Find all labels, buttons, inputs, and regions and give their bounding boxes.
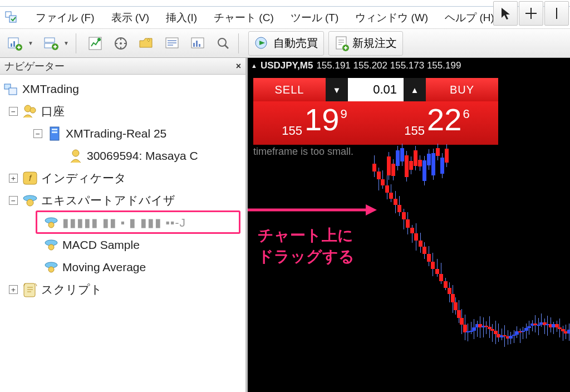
dropdown-icon[interactable]: ▼ xyxy=(63,40,69,46)
svg-point-29 xyxy=(72,150,79,156)
svg-point-10 xyxy=(97,38,101,41)
collapse-icon[interactable]: − xyxy=(9,107,18,116)
svg-point-12 xyxy=(120,42,122,45)
profiles-button[interactable] xyxy=(39,32,62,55)
volume-input[interactable]: 0.01 xyxy=(348,78,404,101)
tree-experts[interactable]: − エキスパートアドバイザ xyxy=(2,189,243,212)
svg-rect-6 xyxy=(45,38,55,42)
sell-label[interactable]: SELL xyxy=(253,78,326,101)
collapse-icon[interactable]: − xyxy=(33,129,42,138)
svg-rect-16 xyxy=(196,41,198,47)
tree-ea-macd[interactable]: MACD Sample xyxy=(2,234,243,256)
cursor-tool[interactable] xyxy=(493,1,518,26)
menu-file[interactable]: ファイル (F) xyxy=(36,11,95,25)
svg-rect-15 xyxy=(193,43,195,47)
one-click-panel: SELL ▼ 0.01 ▲ BUY 155 19 9 155 22 6 xyxy=(253,78,498,145)
vline-tool[interactable] xyxy=(544,1,569,26)
svg-point-33 xyxy=(27,199,33,206)
svg-rect-4 xyxy=(13,41,15,47)
sell-price-button[interactable]: 155 19 9 xyxy=(253,101,376,145)
svg-rect-23 xyxy=(9,88,17,95)
app-icon xyxy=(4,11,19,25)
autotrade-label: 自動売買 xyxy=(273,36,318,51)
tree-server[interactable]: − XMTrading-Real 25 xyxy=(2,122,243,145)
svg-rect-28 xyxy=(52,131,57,133)
svg-point-39 xyxy=(48,267,54,272)
data-window-button[interactable] xyxy=(109,32,132,55)
menu-tools[interactable]: ツール (T) xyxy=(291,11,339,25)
new-order-label: 新規注文 xyxy=(352,36,397,51)
menu-insert[interactable]: 挿入(I) xyxy=(166,11,197,25)
tree-login[interactable]: 30069594: Masaya C xyxy=(2,145,243,167)
svg-point-25 xyxy=(30,107,36,113)
volume-down-button[interactable]: ▼ xyxy=(326,78,348,101)
market-watch-button[interactable] xyxy=(83,32,107,55)
chart-symbol: USDJPY,M5 xyxy=(261,60,313,71)
expand-icon[interactable]: + xyxy=(9,285,18,294)
candlesticks xyxy=(248,141,570,392)
chart-ohlc: 155.191 155.202 155.173 155.199 xyxy=(316,60,461,71)
new-order-button[interactable]: 新規注文 xyxy=(328,31,403,56)
tree-ea-moving-average[interactable]: Moving Average xyxy=(2,256,243,278)
menu-chart[interactable]: チャート (C) xyxy=(214,11,274,25)
navigator-button[interactable] xyxy=(135,32,158,55)
buy-label[interactable]: BUY xyxy=(426,78,498,101)
menu-window[interactable]: ウィンドウ (W) xyxy=(355,11,428,25)
dropdown-icon[interactable]: ▼ xyxy=(28,40,33,46)
terminal-button[interactable] xyxy=(160,32,184,55)
buy-price-button[interactable]: 155 22 6 xyxy=(376,101,498,145)
svg-rect-17 xyxy=(199,44,200,47)
navigator-header: ナビゲーター × xyxy=(0,58,245,75)
svg-point-37 xyxy=(48,244,54,250)
chart-area[interactable]: ▲ USDJPY,M5 155.191 155.202 155.173 155.… xyxy=(248,58,570,392)
volume-up-button[interactable]: ▲ xyxy=(404,78,426,101)
tree-scripts[interactable]: + スクリプト xyxy=(2,278,243,301)
autotrade-button[interactable]: 自動売買 xyxy=(248,31,324,56)
new-chart-button[interactable] xyxy=(3,32,27,55)
tree-root[interactable]: XMTrading xyxy=(2,78,243,100)
toolbar: ▼ ▼ 自動売買 新規注文 xyxy=(0,29,570,58)
tree-accounts[interactable]: − 口座 xyxy=(2,100,243,122)
expand-icon[interactable]: + xyxy=(9,174,18,183)
svg-point-35 xyxy=(48,222,54,228)
navigator-tree: XMTrading − 口座 − XMTrading-Real 25 xyxy=(0,75,245,392)
close-icon[interactable]: × xyxy=(236,61,241,71)
search-button[interactable] xyxy=(212,32,235,55)
svg-point-18 xyxy=(218,38,226,46)
tree-indicators[interactable]: + f インディケータ xyxy=(2,167,243,189)
strategy-tester-button[interactable] xyxy=(186,32,209,55)
menu-bar: ファイル (F) 表示 (V) 挿入(I) チャート (C) ツール (T) ウ… xyxy=(0,7,570,29)
collapse-icon[interactable]: − xyxy=(9,196,18,205)
menu-view[interactable]: 表示 (V) xyxy=(111,11,150,25)
menu-help[interactable]: ヘルプ (H) xyxy=(445,11,494,25)
svg-rect-27 xyxy=(52,129,57,130)
tree-ea-custom[interactable]: ▮▮▮▮▮ ▮▮ ▪ ▮ ▮▮▮ ▪▪-J xyxy=(2,212,243,234)
navigator-panel: ナビゲーター × XMTrading − 口座 − xyxy=(0,58,248,392)
svg-rect-3 xyxy=(11,43,12,47)
navigator-title: ナビゲーター xyxy=(4,60,65,73)
triangle-icon: ▲ xyxy=(251,62,257,69)
chart-header: ▲ USDJPY,M5 155.191 155.202 155.173 155.… xyxy=(248,58,570,74)
crosshair-tool[interactable] xyxy=(519,1,543,26)
